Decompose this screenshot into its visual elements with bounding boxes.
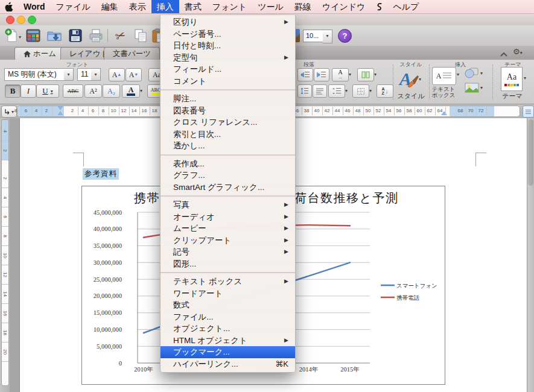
menubar-item-word[interactable]: Word bbox=[18, 0, 51, 13]
print-button[interactable] bbox=[88, 28, 104, 43]
menu-item-photo[interactable]: 写真▶ bbox=[161, 199, 295, 211]
textbox-dropdown-arrow[interactable]: ▾ bbox=[457, 72, 459, 77]
new-document-dropdown-arrow[interactable]: ▾ bbox=[19, 34, 21, 40]
menu-item-cross-reference[interactable]: クロス リファレンス... bbox=[161, 116, 295, 128]
collapse-ribbon-button[interactable] bbox=[500, 49, 508, 60]
cut-button[interactable]: ✂ bbox=[112, 28, 128, 43]
menubar-item-font[interactable]: フォント bbox=[207, 0, 252, 13]
first-line-indent-marker[interactable] bbox=[57, 106, 63, 110]
menu-item-caption[interactable]: 図表番号 bbox=[161, 105, 295, 117]
superscript-button[interactable]: A² bbox=[84, 84, 102, 98]
font-name-dropdown[interactable]: ▾ bbox=[64, 68, 74, 81]
increase-indent-button[interactable] bbox=[314, 68, 329, 81]
shapes-dropdown-arrow[interactable]: ▾ bbox=[480, 71, 483, 76]
text-box-button[interactable]: A bbox=[432, 67, 456, 85]
vertical-ruler[interactable]: 422468101214161820 bbox=[0, 118, 10, 392]
columns-button[interactable] bbox=[357, 68, 374, 81]
line-spacing-button[interactable] bbox=[297, 84, 312, 98]
menu-item-bookmark[interactable]: ブックマーク... bbox=[161, 346, 295, 358]
menubar-item-window[interactable]: ウインドウ bbox=[317, 0, 371, 13]
menu-item-object[interactable]: オブジェクト... bbox=[161, 323, 295, 335]
borders-button[interactable] bbox=[352, 84, 369, 98]
script-menu[interactable] bbox=[370, 0, 387, 13]
shapes-button[interactable] bbox=[465, 68, 479, 81]
menu-item-movie[interactable]: ムービー▶ bbox=[161, 223, 295, 235]
font-color-dropdown-arrow[interactable]: ▾ bbox=[140, 88, 142, 93]
ribbon-tab-document-elements[interactable]: 文書パーツ bbox=[104, 47, 160, 60]
menu-item-equation[interactable]: 数式 bbox=[161, 299, 295, 311]
menu-item-hyperlink[interactable]: ハイパーリンク...⌘K bbox=[161, 358, 295, 370]
character-spacing-dropdown-arrow[interactable]: ▾ bbox=[349, 72, 351, 77]
shrink-font-button[interactable]: A▼ bbox=[126, 68, 142, 81]
spacing-options-button[interactable] bbox=[328, 84, 345, 98]
copy-button[interactable] bbox=[133, 28, 148, 43]
sort-button[interactable]: A Z ↓ bbox=[377, 84, 393, 98]
menu-item-date-and-time[interactable]: 日付と時刻... bbox=[161, 40, 295, 52]
partial-toolbar-icon[interactable] bbox=[295, 29, 300, 42]
font-size-dropdown[interactable]: ▾ bbox=[91, 68, 101, 81]
subscript-button[interactable]: A₂ bbox=[103, 84, 120, 98]
apple-menu[interactable] bbox=[0, 0, 18, 13]
ribbon-tab-home[interactable]: ホーム bbox=[14, 47, 65, 60]
menubar-item-format[interactable]: 書式 bbox=[179, 0, 207, 13]
bold-button[interactable]: B bbox=[5, 84, 21, 98]
scrollbar-thumb[interactable] bbox=[528, 119, 533, 186]
save-button[interactable] bbox=[68, 28, 83, 43]
zoom-dropdown-button[interactable]: ▾ bbox=[323, 30, 332, 43]
menu-item-smartart-graphic[interactable]: SmartArt グラフィック... bbox=[161, 182, 295, 194]
picture-dropdown-arrow[interactable]: ▾ bbox=[480, 85, 483, 90]
ruler-toggle-button[interactable] bbox=[523, 106, 534, 118]
menu-item-comment[interactable]: コメント bbox=[161, 75, 295, 87]
menu-item-shape[interactable]: 図形... bbox=[161, 258, 295, 270]
menu-item-text-box[interactable]: テキスト ボックス▶ bbox=[161, 276, 295, 288]
paragraph-spacing-button[interactable] bbox=[313, 84, 327, 98]
menu-item-watermark[interactable]: 透かし... bbox=[161, 140, 295, 152]
minimize-window-button[interactable] bbox=[17, 16, 25, 24]
picture-button[interactable] bbox=[465, 83, 479, 95]
spacing-dropdown-arrow[interactable]: ▾ bbox=[345, 88, 348, 93]
strikethrough-button[interactable]: ABC bbox=[63, 84, 83, 98]
underline-button[interactable]: U▾ bbox=[36, 84, 59, 98]
menu-item-chart[interactable]: グラフ... bbox=[161, 169, 295, 182]
hanging-indent-marker[interactable] bbox=[57, 111, 63, 115]
menu-item-autotext[interactable]: 定型句▶ bbox=[161, 52, 295, 64]
menubar-item-tools[interactable]: ツール bbox=[252, 0, 289, 13]
menu-item-html-object[interactable]: HTML オブジェクト▶ bbox=[161, 335, 295, 347]
menubar-item-insert[interactable]: 挿入 bbox=[151, 0, 179, 13]
borders-dropdown-arrow[interactable]: ▾ bbox=[369, 88, 372, 93]
menubar-item-edit[interactable]: 編集 bbox=[96, 0, 124, 13]
menu-item-file[interactable]: ファイル... bbox=[161, 311, 295, 323]
font-color-button[interactable]: A bbox=[122, 84, 140, 98]
menu-item-symbol[interactable]: 記号▶ bbox=[161, 246, 295, 258]
themes-dropdown-arrow[interactable]: ▾ bbox=[524, 75, 526, 81]
menu-item-footnote[interactable]: 脚注... bbox=[161, 93, 295, 105]
styles-button[interactable]: A ▾ bbox=[396, 67, 424, 91]
menu-item-table[interactable]: 表作成... bbox=[161, 158, 295, 170]
character-spacing-button[interactable]: A ↔ bbox=[332, 68, 349, 81]
decrease-indent-button[interactable] bbox=[297, 68, 313, 81]
menu-item-page-numbers[interactable]: ページ番号... bbox=[161, 28, 295, 40]
open-document-button[interactable] bbox=[47, 28, 63, 43]
new-from-template-button[interactable] bbox=[25, 28, 41, 43]
zoom-window-button[interactable] bbox=[28, 16, 36, 24]
vertical-scrollbar[interactable] bbox=[527, 118, 534, 392]
themes-button[interactable]: Aa bbox=[501, 67, 523, 91]
menu-item-wordart[interactable]: ワードアート bbox=[161, 288, 295, 300]
menubar-item-help[interactable]: ヘルプ bbox=[387, 0, 424, 13]
close-window-button[interactable] bbox=[6, 16, 14, 24]
italic-button[interactable]: I bbox=[21, 84, 36, 98]
menu-item-field[interactable]: フィールド... bbox=[161, 63, 295, 75]
help-button[interactable]: ? bbox=[338, 29, 352, 43]
new-document-button[interactable] bbox=[4, 28, 19, 43]
menu-item-index-and-tables[interactable]: 索引と目次... bbox=[161, 128, 295, 141]
grow-font-button[interactable]: A▲ bbox=[109, 68, 125, 81]
menubar-item-view[interactable]: 表示 bbox=[124, 0, 151, 13]
columns-dropdown-arrow[interactable]: ▾ bbox=[374, 72, 377, 77]
menubar-item-borders[interactable]: 罫線 bbox=[289, 0, 317, 13]
menu-item-audio[interactable]: オーディオ▶ bbox=[161, 211, 295, 223]
menubar-item-file[interactable]: ファイル bbox=[51, 0, 96, 13]
menu-item-break[interactable]: 区切り▶ bbox=[161, 16, 295, 28]
menu-item-clip-art[interactable]: クリップアート▶ bbox=[161, 235, 295, 247]
ribbon-settings-button[interactable]: ⚙▾ bbox=[513, 47, 523, 56]
font-name-combo[interactable]: MS 明朝 (本文) bbox=[4, 68, 68, 81]
